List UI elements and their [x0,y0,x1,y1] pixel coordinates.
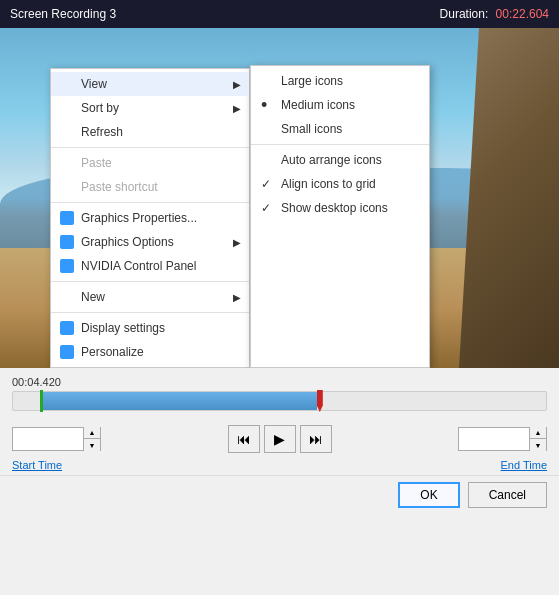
menu-item-paste: Paste [51,151,249,175]
separator-3 [51,281,249,282]
timeline-fill [40,392,317,410]
duration-value: 00:22.604 [496,7,549,21]
menu-item-refresh[interactable]: Refresh [51,120,249,144]
next-frame-button[interactable]: ⏭ [300,425,332,453]
menu-item-nvidia[interactable]: NVIDIA Control Panel [51,254,249,278]
timeline-section: 00:04.420 [0,368,559,411]
context-submenu-view: Large icons Medium icons Small icons Aut… [250,65,430,368]
video-area: View Sort by Refresh Paste Paste shortcu… [0,28,559,368]
start-time-decrement[interactable]: ▼ [84,439,100,451]
start-time-input[interactable]: 00:04.420 [13,431,83,447]
end-time-decrement[interactable]: ▼ [530,439,546,451]
submenu-auto-arrange[interactable]: Auto arrange icons [251,148,429,172]
timeline-end-marker[interactable] [317,390,323,412]
current-time-display: 00:04.420 [12,376,547,388]
separator-2 [51,202,249,203]
end-time-spinner-buttons: ▲ ▼ [529,427,546,451]
play-button[interactable]: ▶ [264,425,296,453]
separator-1 [51,147,249,148]
menu-item-sortby[interactable]: Sort by [51,96,249,120]
start-time-increment[interactable]: ▲ [84,427,100,439]
context-menu-container: View Sort by Refresh Paste Paste shortcu… [50,68,430,368]
window-title: Screen Recording 3 [10,7,116,21]
menu-item-graphics-options[interactable]: Graphics Options [51,230,249,254]
prev-frame-button[interactable]: ⏮ [228,425,260,453]
personalize-icon [59,344,75,360]
submenu-show-desktop[interactable]: Show desktop icons [251,196,429,220]
menu-item-paste-shortcut: Paste shortcut [51,175,249,199]
submenu-large-icons[interactable]: Large icons [251,69,429,93]
submenu-align-grid[interactable]: Align icons to grid [251,172,429,196]
end-time-spinner[interactable]: 00:27.024 ▲ ▼ [458,427,547,451]
cancel-button[interactable]: Cancel [468,482,547,508]
duration-label: Duration: [440,7,489,21]
submenu-separator-1 [251,144,429,145]
timeline-start-marker[interactable] [40,390,43,412]
menu-item-new[interactable]: New [51,285,249,309]
title-bar: Screen Recording 3 Duration: 00:22.604 [0,0,559,28]
end-time-label: End Time [501,459,547,471]
graphics-options-icon [59,234,75,250]
separator-4 [51,312,249,313]
display-settings-icon [59,320,75,336]
menu-item-graphics-props[interactable]: Graphics Properties... [51,206,249,230]
context-menu-primary: View Sort by Refresh Paste Paste shortcu… [50,68,250,368]
end-time-input[interactable]: 00:27.024 [459,431,529,447]
footer: OK Cancel [0,475,559,514]
nvidia-icon [59,258,75,274]
timeline-track[interactable] [12,391,547,411]
end-time-increment[interactable]: ▲ [530,427,546,439]
ok-button[interactable]: OK [398,482,459,508]
menu-item-view[interactable]: View [51,72,249,96]
menu-item-personalize[interactable]: Personalize [51,340,249,364]
time-labels-row: Start Time End Time [0,459,559,475]
controls-row: 00:04.420 ▲ ▼ ⏮ ▶ ⏭ 00:27.024 ▲ ▼ [0,419,559,459]
duration-display: Duration: 00:22.604 [440,7,549,21]
start-time-spinner-buttons: ▲ ▼ [83,427,100,451]
submenu-small-icons[interactable]: Small icons [251,117,429,141]
graphics-props-icon [59,210,75,226]
start-time-label: Start Time [12,459,62,471]
submenu-medium-icons[interactable]: Medium icons [251,93,429,117]
start-time-spinner[interactable]: 00:04.420 ▲ ▼ [12,427,101,451]
playback-controls: ⏮ ▶ ⏭ [228,425,332,453]
menu-item-display-settings[interactable]: Display settings [51,316,249,340]
